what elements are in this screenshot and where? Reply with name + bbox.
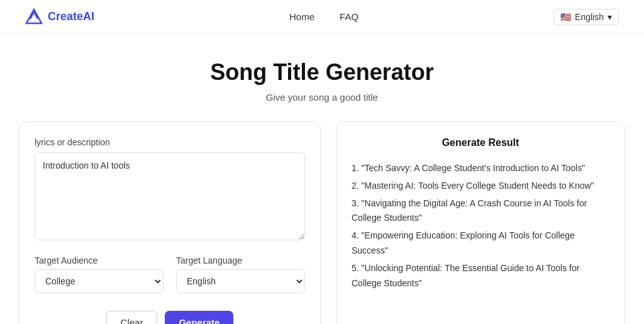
generate-button[interactable]: Generate: [165, 311, 233, 324]
header: CreateAI Home FAQ 🇺🇸 English ▾: [0, 0, 644, 34]
hero-section: Song Title Generator Give your song a go…: [0, 34, 644, 121]
nav-faq[interactable]: FAQ: [340, 11, 358, 22]
result-item: 4. "Empowering Education: Exploring AI T…: [352, 228, 609, 259]
page-subtitle: Give your song a good title: [13, 92, 631, 103]
lyrics-label: lyrics or description: [35, 137, 305, 147]
lang-label: English: [575, 12, 604, 22]
result-item: 2. "Mastering AI: Tools Every College St…: [352, 179, 609, 194]
input-panel: lyrics or description Target Audience Co…: [19, 121, 321, 324]
target-audience-select[interactable]: CollegeKidsTeensAdults: [35, 269, 164, 293]
selects-row: Target Audience CollegeKidsTeensAdults T…: [35, 255, 305, 293]
target-language-select[interactable]: EnglishSpanishFrenchGerman: [176, 269, 305, 293]
target-language-group: Target Language EnglishSpanishFrenchGerm…: [176, 255, 305, 293]
language-selector[interactable]: 🇺🇸 English ▾: [553, 9, 619, 25]
logo[interactable]: CreateAI: [25, 8, 94, 26]
actions-row: Clear Generate: [35, 311, 305, 324]
logo-icon: [25, 8, 43, 26]
flag-icon: 🇺🇸: [560, 12, 571, 22]
result-item: 5. "Unlocking Potential: The Essential G…: [352, 261, 609, 291]
chevron-down-icon: ▾: [608, 12, 612, 22]
main-nav: Home FAQ: [289, 11, 358, 22]
result-panel: Generate Result 1. "Tech Savvy: A Colleg…: [336, 121, 625, 324]
result-title: Generate Result: [352, 137, 609, 148]
logo-text: CreateAI: [48, 10, 94, 23]
target-language-label: Target Language: [176, 255, 305, 265]
lyrics-textarea[interactable]: [35, 152, 305, 240]
result-item: 1. "Tech Savvy: A College Student's Intr…: [352, 161, 609, 176]
result-item: 3. "Navigating the Digital Age: A Crash …: [352, 196, 609, 226]
clear-button[interactable]: Clear: [106, 311, 158, 324]
target-audience-group: Target Audience CollegeKidsTeensAdults: [35, 255, 164, 293]
result-list: 1. "Tech Savvy: A College Student's Intr…: [352, 161, 609, 291]
page-title: Song Title Generator: [13, 59, 631, 86]
target-audience-label: Target Audience: [35, 255, 164, 265]
nav-home[interactable]: Home: [289, 11, 314, 22]
main-content: lyrics or description Target Audience Co…: [0, 121, 644, 324]
